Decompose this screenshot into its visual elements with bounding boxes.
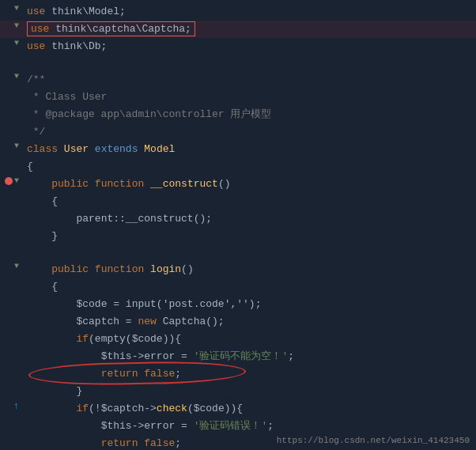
code-line: ▼class User extends Model bbox=[0, 141, 476, 158]
code-line: } bbox=[0, 228, 476, 245]
code-line: ▼ public function __construct() bbox=[0, 176, 476, 193]
token-normal bbox=[58, 143, 64, 155]
token-normal: ; bbox=[175, 368, 181, 380]
token-kw: if bbox=[76, 403, 89, 414]
token-normal: () bbox=[181, 263, 194, 275]
token-normal bbox=[89, 178, 95, 190]
code-line: ▼use think\captcha\Captcha; bbox=[0, 21, 476, 38]
code-content: class User extends Model bbox=[22, 142, 476, 157]
token-kw: new bbox=[138, 316, 156, 327]
token-normal: (empty($code)){ bbox=[89, 333, 181, 345]
code-line: $this->error = '验证码错误！'; bbox=[0, 418, 476, 435]
breakpoint-icon[interactable] bbox=[5, 177, 13, 185]
code-line bbox=[0, 245, 476, 261]
token-normal: Captcha(); bbox=[157, 316, 225, 327]
token-kw: function bbox=[95, 263, 144, 275]
watermark-url: https://blog.csdn.net/weixin_41423450 bbox=[277, 436, 470, 445]
token-string: '验证码错误！' bbox=[194, 420, 268, 432]
token-normal: $captch = bbox=[76, 316, 138, 327]
token-kw: use bbox=[27, 40, 45, 52]
fold-icon[interactable]: ▼ bbox=[14, 4, 19, 13]
code-content: $this->error = '验证码错误！'; bbox=[22, 418, 476, 434]
token-class-name: Model bbox=[144, 143, 175, 155]
token-normal: $code = input('post.code',''); bbox=[76, 298, 261, 310]
code-line: { bbox=[0, 193, 476, 210]
code-content: if(empty($code)){ bbox=[22, 331, 476, 347]
token-kw: return bbox=[101, 368, 138, 380]
token-func: __construct bbox=[150, 178, 218, 190]
code-line: return false; bbox=[0, 365, 476, 383]
token-normal bbox=[89, 263, 95, 275]
token-normal: } bbox=[51, 230, 58, 242]
code-line: */ bbox=[0, 123, 476, 141]
token-comment: * @package app\admin\controller 用户模型 bbox=[27, 108, 271, 120]
token-normal: } bbox=[76, 385, 82, 397]
code-line: $code = input('post.code',''); bbox=[0, 296, 476, 313]
token-kw: class bbox=[27, 143, 58, 155]
token-func: login bbox=[150, 263, 181, 275]
token-normal: ; bbox=[267, 420, 274, 432]
code-line: $captch = new Captcha(); bbox=[0, 313, 476, 331]
token-kw-blue: extends bbox=[95, 143, 138, 155]
token-kw: public bbox=[51, 263, 89, 275]
code-content: { bbox=[22, 194, 476, 210]
code-line: ↑ if(!$captch->check($code)){ bbox=[0, 400, 476, 418]
code-content: use think\Db; bbox=[22, 39, 476, 55]
code-line: } bbox=[0, 383, 476, 400]
fold-icon[interactable]: ▼ bbox=[14, 72, 19, 81]
token-normal: think\Model; bbox=[45, 6, 125, 17]
code-line: * Class User bbox=[0, 89, 476, 106]
fold-icon[interactable]: ▼ bbox=[14, 21, 19, 30]
code-content: /** bbox=[22, 72, 476, 88]
code-content: parent::__construct(); bbox=[22, 211, 476, 227]
token-normal: (!$captch-> bbox=[89, 403, 157, 414]
token-kw: function bbox=[95, 178, 144, 190]
arrow-indicator-icon: ↑ bbox=[13, 401, 19, 412]
token-comment: */ bbox=[27, 126, 45, 138]
code-line: ▼/** bbox=[0, 71, 476, 89]
fold-icon[interactable]: ▼ bbox=[14, 176, 19, 185]
fold-icon[interactable]: ▼ bbox=[14, 262, 19, 270]
code-line: * @package app\admin\controller 用户模型 bbox=[0, 106, 476, 123]
line-gutter: ▼ bbox=[0, 21, 22, 30]
token-normal: parent::__construct(); bbox=[76, 213, 212, 225]
code-line: { bbox=[0, 158, 476, 176]
token-comment: /** bbox=[27, 74, 45, 85]
code-line: ▼ public function login() bbox=[0, 261, 476, 278]
code-content: { bbox=[22, 159, 476, 175]
token-kw: false bbox=[144, 437, 175, 449]
fold-icon[interactable]: ▼ bbox=[14, 142, 19, 150]
code-content: */ bbox=[22, 124, 476, 140]
code-line: if(empty($code)){ bbox=[0, 331, 476, 348]
code-editor: ▼use think\Model;▼use think\captcha\Capt… bbox=[0, 0, 476, 450]
token-normal: () bbox=[218, 178, 231, 190]
code-content: use think\captcha\Captcha; bbox=[22, 21, 476, 37]
token-kw: if bbox=[76, 333, 89, 345]
token-kw: public bbox=[51, 178, 89, 190]
token-normal: { bbox=[51, 195, 58, 207]
line-gutter: ▼ bbox=[0, 142, 22, 150]
token-func: check bbox=[157, 403, 187, 414]
token-string: '验证码不能为空！' bbox=[194, 350, 289, 362]
token-kw: return bbox=[101, 437, 138, 449]
code-line: $this->error = '验证码不能为空！'; bbox=[0, 348, 476, 365]
code-content: use think\Model; bbox=[22, 4, 476, 20]
token-normal: $this->error = bbox=[101, 350, 194, 362]
code-content: $code = input('post.code',''); bbox=[22, 297, 476, 312]
token-normal: { bbox=[27, 161, 33, 172]
line-gutter: ▼ bbox=[0, 262, 22, 270]
code-content: } bbox=[22, 384, 476, 399]
line-gutter: ▼ bbox=[0, 39, 22, 47]
fold-icon[interactable]: ▼ bbox=[14, 39, 19, 47]
token-normal bbox=[144, 178, 150, 190]
code-content: public function login() bbox=[22, 262, 476, 278]
code-line bbox=[0, 55, 476, 71]
token-comment: * Class User bbox=[27, 91, 107, 103]
line-gutter: ↑ bbox=[0, 401, 22, 412]
code-content: public function __construct() bbox=[22, 176, 476, 192]
code-content: * @package app\admin\controller 用户模型 bbox=[22, 107, 476, 123]
token-class-name: User bbox=[64, 143, 89, 155]
code-line: parent::__construct(); bbox=[0, 210, 476, 228]
token-normal: { bbox=[51, 281, 58, 293]
token-kw: use bbox=[27, 6, 45, 17]
